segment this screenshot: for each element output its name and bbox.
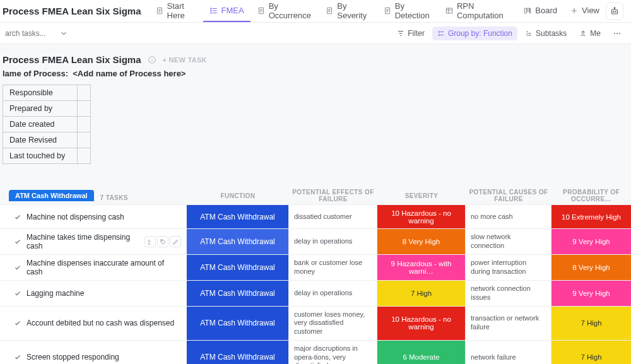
svg-point-13 <box>615 11 616 12</box>
top-bar: Process FMEA Lean Six Sigma Start HereFM… <box>0 0 631 23</box>
svg-point-1 <box>210 8 211 8</box>
info-row: Last touched by <box>3 148 91 164</box>
task-name: Machine dispenses inaccurate amount of c… <box>27 259 181 276</box>
main-content: Process FMEA Lean Six Sigma + NEW TASK l… <box>0 44 631 364</box>
me-button[interactable]: Me <box>574 26 606 40</box>
probability-cell[interactable]: 7 High <box>551 307 631 340</box>
col-header-probability[interactable]: PROBABILITY OF OCCURRE… <box>551 189 631 203</box>
col-header-effects[interactable]: POTENTIAL EFFECTS OF FAILURE <box>289 189 377 203</box>
info-value[interactable] <box>78 132 91 148</box>
task-name: Lagging machine <box>27 289 181 298</box>
task-name-cell[interactable]: Machine dispenses inaccurate amount of c… <box>0 255 187 280</box>
tab-start-here[interactable]: Start Here <box>149 0 203 22</box>
function-cell[interactable]: ATM Cash Withdrawal <box>187 307 289 340</box>
probability-cell[interactable]: 9 Very High <box>551 229 631 254</box>
effects-cell[interactable]: bank or customer lose money <box>289 255 377 280</box>
causes-cell[interactable]: network failure <box>466 341 551 364</box>
causes-cell[interactable]: power interruption during transaction <box>466 255 551 280</box>
info-value[interactable] <box>78 117 91 132</box>
tag-icon[interactable] <box>157 236 168 247</box>
table-icon <box>445 6 454 15</box>
severity-cell[interactable]: 10 Hazardous - no warning <box>377 205 466 228</box>
subtasks-button[interactable]: Subtasks <box>520 26 572 40</box>
effects-cell[interactable]: delay in operations <box>289 229 377 254</box>
function-cell[interactable]: ATM Cash Withdrawal <box>187 281 289 306</box>
tab-by-severity[interactable]: By Severity <box>319 0 377 22</box>
search-wrap <box>5 29 68 38</box>
probability-cell[interactable]: 8 Very High <box>551 255 631 280</box>
causes-cell[interactable]: transaction or network failure <box>466 307 551 340</box>
severity-cell[interactable]: 6 Moderate <box>377 341 466 364</box>
group-by-button[interactable]: Group by: Function <box>432 26 517 40</box>
view-tabs: Start HereFMEABy OccurrenceBy SeverityBy… <box>149 0 606 22</box>
col-header-severity[interactable]: SEVERITY <box>377 192 466 199</box>
table-row[interactable]: Account debited but no cash was dispense… <box>0 306 631 340</box>
svg-point-14 <box>614 7 615 8</box>
effects-cell[interactable]: customer loses money, very dissatisfied … <box>289 307 377 340</box>
filter-button[interactable]: Filter <box>392 26 430 40</box>
info-key: Prepared by <box>3 101 78 117</box>
causes-cell[interactable]: no more cash <box>466 205 551 228</box>
probability-cell[interactable]: 9 Very High <box>551 281 631 306</box>
table-row[interactable]: Screen stopped respondingATM Cash Withdr… <box>0 340 631 364</box>
causes-cell[interactable]: slow network connection <box>466 229 551 254</box>
task-name-cell[interactable]: Machine takes time dispensing cash <box>0 229 187 254</box>
tab-label: Board <box>535 6 557 15</box>
chevron-down-icon[interactable] <box>59 29 68 38</box>
task-name-cell[interactable]: Account debited but no cash was dispense… <box>0 307 187 340</box>
tab-label: View <box>582 6 599 15</box>
info-value[interactable] <box>78 101 91 117</box>
effects-cell[interactable]: major discruptions in opera-tions, very … <box>289 341 377 364</box>
info-row: Date Revised <box>3 132 91 148</box>
info-icon[interactable] <box>148 56 156 64</box>
automations-button[interactable] <box>606 3 623 20</box>
info-value[interactable] <box>78 148 91 164</box>
table-row[interactable]: Lagging machineATM Cash Withdrawaldelay … <box>0 280 631 306</box>
check-icon <box>14 238 21 245</box>
probability-cell[interactable]: 10 Extremely High <box>551 205 631 228</box>
tab-by-detection[interactable]: By Detection <box>377 0 439 22</box>
tab-rpn-computation[interactable]: RPN Computation <box>439 0 517 22</box>
tab-fmea[interactable]: FMEA <box>203 0 251 22</box>
check-icon <box>14 290 21 297</box>
task-name-cell[interactable]: Screen stopped responding <box>0 341 187 364</box>
col-header-function[interactable]: FUNCTION <box>187 192 289 199</box>
edit-icon[interactable] <box>170 236 181 247</box>
doc-icon <box>257 6 266 15</box>
check-icon <box>14 353 21 361</box>
table-row[interactable]: Machine takes time dispensing cashATM Ca… <box>0 228 631 254</box>
process-name-value[interactable]: <Add name of Process here> <box>73 69 186 78</box>
function-cell[interactable]: ATM Cash Withdrawal <box>187 229 289 254</box>
group-chip[interactable]: ATM Cash Withdrawal <box>9 190 94 201</box>
tab-view[interactable]: View <box>563 0 606 22</box>
function-cell[interactable]: ATM Cash Withdrawal <box>187 255 289 280</box>
svg-point-3 <box>210 12 211 13</box>
subtask-icon[interactable] <box>144 236 156 247</box>
task-name-cell[interactable]: Lagging machine <box>0 281 187 306</box>
severity-cell[interactable]: 9 Hazardous - with warni… <box>377 255 466 280</box>
effects-cell[interactable]: dissatied customer <box>289 205 377 228</box>
doc-icon <box>383 6 392 15</box>
task-name-cell[interactable]: Machine not dispensing cash <box>0 205 187 228</box>
severity-cell[interactable]: 7 High <box>377 281 466 306</box>
check-icon <box>14 213 21 221</box>
tab-by-occurrence[interactable]: By Occurrence <box>251 0 319 22</box>
more-button[interactable]: ⋯ <box>608 26 626 40</box>
severity-cell[interactable]: 8 Very High <box>377 229 466 254</box>
col-header-causes[interactable]: POTENTIAL CAUSES OF FAILURE <box>466 189 551 203</box>
tab-board[interactable]: Board <box>517 0 563 22</box>
info-value[interactable] <box>78 85 91 101</box>
task-name: Screen stopped responding <box>27 353 181 361</box>
new-task-button[interactable]: + NEW TASK <box>163 56 207 64</box>
table-row[interactable]: Machine not dispensing cashATM Cash With… <box>0 204 631 228</box>
search-input[interactable] <box>5 29 56 38</box>
causes-cell[interactable]: network connection issues <box>466 281 551 306</box>
tab-label: FMEA <box>221 6 244 15</box>
tab-label: By Detection <box>395 1 432 20</box>
effects-cell[interactable]: delay in operations <box>289 281 377 306</box>
function-cell[interactable]: ATM Cash Withdrawal <box>187 341 289 364</box>
table-row[interactable]: Machine dispenses inaccurate amount of c… <box>0 254 631 280</box>
probability-cell[interactable]: 7 High <box>551 341 631 364</box>
function-cell[interactable]: ATM Cash Withdrawal <box>187 205 289 228</box>
severity-cell[interactable]: 10 Hazardous - no warning <box>377 307 466 340</box>
